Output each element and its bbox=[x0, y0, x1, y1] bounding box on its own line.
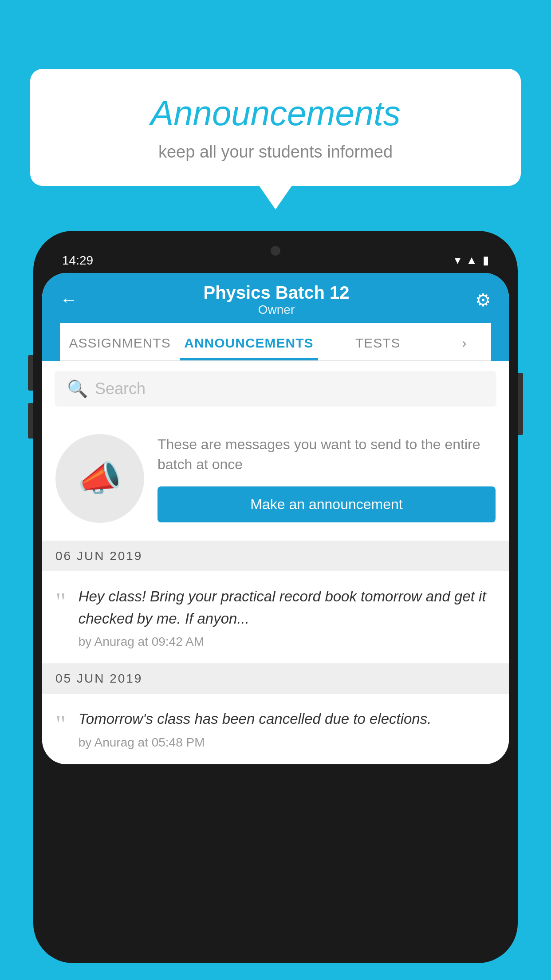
settings-icon[interactable]: ⚙ bbox=[475, 290, 491, 310]
search-placeholder: Search bbox=[95, 379, 146, 398]
announcement-content-2: Tomorrow's class has been cancelled due … bbox=[79, 708, 496, 750]
announcement-item-1[interactable]: " Hey class! Bring your practical record… bbox=[42, 571, 509, 664]
batch-title: Physics Batch 12 bbox=[203, 283, 349, 303]
promo-icon-circle: 📣 bbox=[55, 434, 144, 523]
side-buttons-right bbox=[518, 373, 523, 435]
promo-section: 📣 These are messages you want to send to… bbox=[42, 416, 509, 541]
header-top: ← Physics Batch 12 Owner ⚙ bbox=[60, 283, 491, 323]
announcement-item-2[interactable]: " Tomorrow's class has been cancelled du… bbox=[42, 694, 509, 764]
volume-up-button[interactable] bbox=[28, 355, 33, 391]
speech-bubble-subtitle: keep all your students informed bbox=[57, 142, 494, 162]
tab-more[interactable]: › bbox=[438, 323, 491, 360]
announcement-text-1: Hey class! Bring your practical record b… bbox=[79, 585, 496, 629]
status-icons: ▾ ▲ ▮ bbox=[455, 253, 489, 267]
speech-bubble: Announcements keep all your students inf… bbox=[30, 69, 521, 186]
signal-icon: ▲ bbox=[466, 253, 477, 267]
tab-bar: ASSIGNMENTS ANNOUNCEMENTS TESTS › bbox=[60, 323, 491, 361]
phone-body: 14:29 ▾ ▲ ▮ ← Physics Batch 12 Owner ⚙ bbox=[33, 231, 518, 963]
side-buttons-left bbox=[28, 355, 33, 439]
search-bar[interactable]: 🔍 Search bbox=[55, 371, 496, 407]
megaphone-icon: 📣 bbox=[78, 458, 122, 499]
wifi-icon: ▾ bbox=[455, 253, 460, 267]
search-icon: 🔍 bbox=[67, 379, 88, 399]
date-header-1: 06 JUN 2019 bbox=[42, 541, 509, 571]
announcement-meta-2: by Anurag at 05:48 PM bbox=[79, 735, 496, 750]
date-header-2: 05 JUN 2019 bbox=[42, 664, 509, 694]
promo-content: These are messages you want to send to t… bbox=[157, 435, 496, 523]
search-bar-wrapper: 🔍 Search bbox=[42, 361, 509, 416]
status-time: 14:29 bbox=[62, 253, 93, 268]
quote-icon-1: " bbox=[55, 589, 66, 615]
announcement-meta-1: by Anurag at 09:42 AM bbox=[79, 635, 496, 649]
phone-mockup: 14:29 ▾ ▲ ▮ ← Physics Batch 12 Owner ⚙ bbox=[33, 231, 518, 980]
battery-icon: ▮ bbox=[483, 253, 489, 267]
volume-down-button[interactable] bbox=[28, 403, 33, 439]
phone-screen: ← Physics Batch 12 Owner ⚙ ASSIGNMENTS A… bbox=[42, 273, 509, 764]
speech-bubble-arrow bbox=[259, 185, 292, 209]
announcement-text-2: Tomorrow's class has been cancelled due … bbox=[79, 708, 496, 730]
tab-announcements[interactable]: ANNOUNCEMENTS bbox=[180, 323, 318, 360]
make-announcement-button[interactable]: Make an announcement bbox=[157, 486, 496, 522]
app-header: ← Physics Batch 12 Owner ⚙ ASSIGNMENTS A… bbox=[42, 273, 509, 361]
phone-notch bbox=[249, 240, 302, 262]
speech-bubble-section: Announcements keep all your students inf… bbox=[30, 69, 521, 209]
quote-icon-2: " bbox=[55, 711, 66, 737]
speech-bubble-title: Announcements bbox=[57, 93, 494, 134]
front-camera bbox=[271, 246, 280, 256]
back-button[interactable]: ← bbox=[60, 290, 78, 310]
promo-description: These are messages you want to send to t… bbox=[157, 435, 496, 474]
tab-assignments[interactable]: ASSIGNMENTS bbox=[60, 323, 180, 360]
batch-subtitle: Owner bbox=[203, 303, 349, 317]
tab-tests[interactable]: TESTS bbox=[318, 323, 438, 360]
announcement-content-1: Hey class! Bring your practical record b… bbox=[79, 585, 496, 649]
header-title-group: Physics Batch 12 Owner bbox=[203, 283, 349, 317]
power-button[interactable] bbox=[518, 373, 523, 435]
